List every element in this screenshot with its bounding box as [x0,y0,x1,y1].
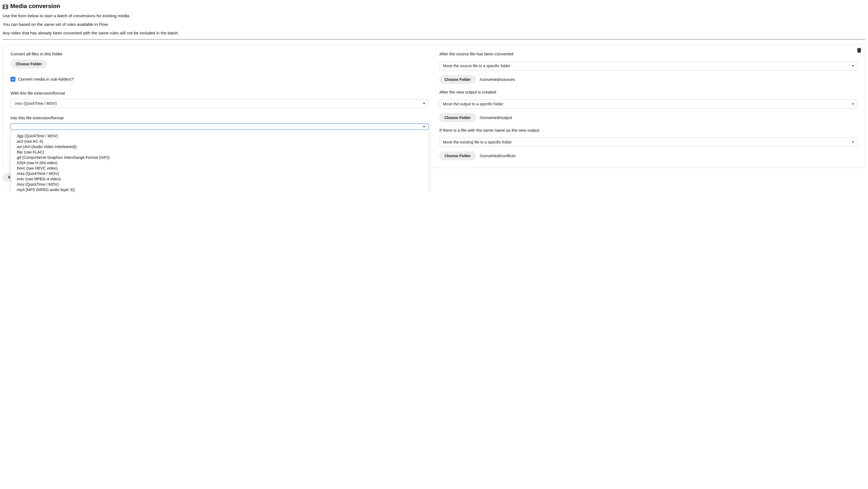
chevron-down-icon [852,103,854,105]
intro-line-1: Use the form below to start a batch of c… [3,13,865,18]
format-option[interactable]: .3gp (QuickTime / MOV) [11,133,429,139]
into-ext-select[interactable] [10,124,429,130]
format-option[interactable]: .hevc (raw HEVC video) [11,165,429,171]
format-option[interactable]: .m4v (raw MPEG-4 video) [11,176,429,182]
format-option[interactable]: .gif (CompuServe Graphics Interchange Fo… [11,155,429,160]
with-ext-value: .mov (QuickTime / MOV) [14,101,57,106]
page-title: Media conversion [3,3,865,10]
convert-all-label: Convert all files in this folder [10,52,429,57]
output-dest-path: /converted/output [480,115,512,120]
choose-output-dest-folder-button[interactable]: Choose Folder [439,113,476,122]
conversion-rule-card: Convert all files in this folder Choose … [3,44,865,168]
svg-rect-8 [857,48,861,49]
into-ext-dropdown[interactable]: .3gp (QuickTime / MOV).ac3 (raw AC-3).av… [11,130,429,192]
intro-text: Use the form below to start a batch of c… [3,13,865,35]
source-dest-path: /converted/sources [480,77,515,82]
delete-rule-button[interactable] [857,48,861,54]
format-option[interactable]: .ac3 (raw AC-3) [11,139,429,144]
with-ext-label: With this file extension/format [10,91,429,96]
intro-line-2: You can based on the same set of rules a… [3,22,865,27]
format-option[interactable]: .mov (QuickTime / MOV) [11,182,429,187]
subfolders-label: Convert media in sub-folders? [18,77,74,82]
chevron-down-icon [423,126,425,127]
format-option[interactable]: .m4a (QuickTime / MOV) [11,171,429,176]
after-output-value: Move the output to a specific folder [443,102,503,106]
format-option[interactable]: .flac (raw FLAC) [11,150,429,155]
after-source-value: Move the source file to a specific folde… [443,64,510,68]
after-source-label: After the source file has been converted… [439,52,858,57]
with-ext-select[interactable]: .mov (QuickTime / MOV) [10,99,429,108]
after-output-label: After the new output is created: [439,90,858,95]
format-option[interactable]: .avi (AVI (Audio Video Interleaved)) [11,144,429,150]
conflict-label: If there is a file with the same name as… [439,128,858,133]
film-icon [3,4,8,9]
conflict-dest-path: /converted/conflicts [480,154,516,158]
into-ext-label: Into this file extension/format [10,116,429,120]
chevron-down-icon [852,65,854,67]
conflict-value: Move the existing file to a specific fol… [443,140,512,144]
right-column: After the source file has been converted… [439,52,858,160]
choose-source-folder-button[interactable]: Choose Folder [10,60,47,68]
page-title-text: Media conversion [10,3,60,10]
chevron-down-icon [423,103,425,104]
format-option[interactable]: .h264 (raw H.264 video) [11,160,429,165]
subfolders-checkbox[interactable] [10,77,15,82]
chevron-down-icon [852,141,854,143]
after-output-select[interactable]: Move the output to a specific folder [439,99,858,108]
intro-line-3: Any video that has already been converte… [3,31,865,35]
after-source-select[interactable]: Move the source file to a specific folde… [439,61,858,70]
divider [3,39,865,39]
choose-source-dest-folder-button[interactable]: Choose Folder [439,75,476,84]
conflict-select[interactable]: Move the existing file to a specific fol… [439,137,858,147]
choose-conflict-dest-folder-button[interactable]: Choose Folder [439,152,476,160]
format-option[interactable]: .mp3 (MP3 (MPEG audio layer 3)) [11,187,429,192]
